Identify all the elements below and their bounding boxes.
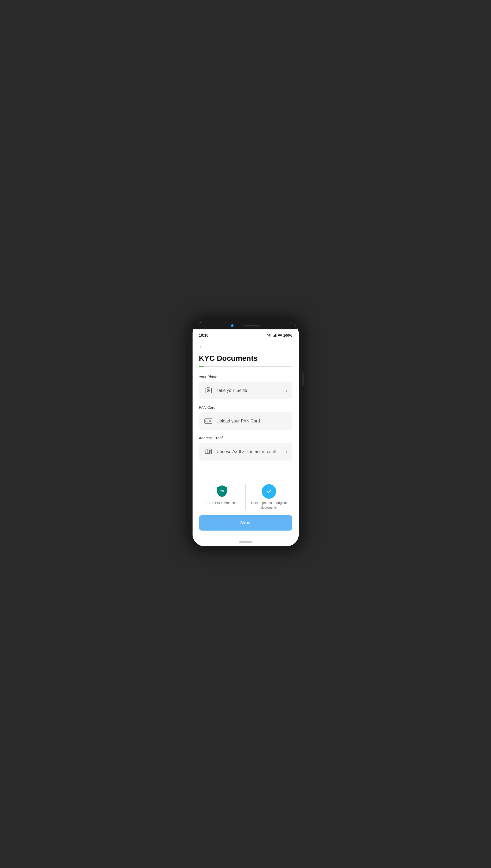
page-title: KYC Documents bbox=[199, 354, 292, 363]
volume-button bbox=[302, 372, 304, 386]
ssl-trust-label: 128-Bit SSL Protection bbox=[206, 501, 238, 505]
svg-rect-2 bbox=[274, 335, 275, 337]
svg-rect-1 bbox=[273, 336, 274, 337]
svg-rect-3 bbox=[275, 334, 276, 337]
section-label-photo: Your Photo bbox=[199, 375, 292, 379]
signal-icon bbox=[272, 333, 277, 338]
camera-dot bbox=[231, 324, 234, 327]
status-time: 10:10 bbox=[199, 333, 209, 338]
progress-bar-fill bbox=[199, 366, 204, 367]
ssl-trust-item: SSL 128-Bit SSL Protection bbox=[199, 484, 246, 510]
svg-text:SSL: SSL bbox=[220, 490, 225, 493]
selfie-option-left: Take your Selfie bbox=[204, 386, 247, 395]
pan-option-text: Upload your PAN Card bbox=[217, 419, 260, 424]
back-button[interactable]: ← bbox=[199, 344, 292, 350]
verify-icon bbox=[262, 484, 276, 499]
section-label-pan: PAN Card bbox=[199, 405, 292, 410]
aadhar-icon bbox=[204, 447, 213, 456]
top-camera-bar bbox=[193, 322, 299, 329]
home-pill bbox=[239, 541, 252, 543]
selfie-option-card[interactable]: Take your Selfie › bbox=[199, 382, 292, 399]
aadhar-option-text: Choose Aadhar for faster result bbox=[217, 449, 276, 454]
content-area: ← KYC Documents Your Photo bbox=[193, 340, 299, 539]
aadhar-option-card[interactable]: Choose Aadhar for faster result › bbox=[199, 443, 292, 461]
chevron-right-selfie: › bbox=[286, 388, 287, 394]
wifi-icon bbox=[267, 333, 271, 338]
speaker-bar bbox=[244, 325, 260, 326]
svg-point-10 bbox=[207, 390, 209, 392]
progress-bar bbox=[199, 366, 292, 367]
selfie-icon bbox=[204, 386, 213, 395]
svg-point-0 bbox=[269, 336, 269, 337]
selfie-option-text: Take your Selfie bbox=[217, 388, 247, 393]
aadhar-option-left: Choose Aadhar for faster result bbox=[204, 447, 276, 456]
trust-section: SSL 128-Bit SSL Protection bbox=[199, 479, 292, 510]
battery-percent: 100% bbox=[283, 334, 292, 338]
back-arrow-icon: ← bbox=[199, 344, 205, 350]
pan-option-left: Upload your PAN Card bbox=[204, 416, 260, 426]
chevron-right-aadhar: › bbox=[286, 449, 287, 455]
status-bar: 10:10 bbox=[193, 329, 299, 340]
home-indicator bbox=[193, 539, 299, 546]
verify-trust-label: Upload photos of original documents bbox=[250, 501, 288, 510]
svg-rect-11 bbox=[207, 387, 209, 388]
ssl-icon: SSL bbox=[215, 484, 229, 499]
svg-rect-6 bbox=[278, 335, 281, 336]
phone-screen: 10:10 bbox=[193, 322, 299, 546]
section-label-address: Address Proof bbox=[199, 436, 292, 440]
verify-trust-item: Upload photos of original documents bbox=[246, 484, 292, 510]
svg-point-22 bbox=[265, 488, 273, 495]
next-button[interactable]: Next bbox=[199, 515, 292, 530]
svg-rect-4 bbox=[276, 334, 277, 337]
battery-icon bbox=[278, 333, 282, 338]
svg-rect-7 bbox=[282, 335, 282, 336]
screen-content: ← KYC Documents Your Photo bbox=[193, 340, 299, 546]
phone-device: 10:10 bbox=[189, 319, 302, 549]
chevron-right-pan: › bbox=[286, 418, 287, 424]
svg-rect-13 bbox=[206, 420, 208, 422]
pan-option-card[interactable]: Upload your PAN Card › bbox=[199, 412, 292, 430]
pan-icon bbox=[204, 416, 213, 426]
status-icons: 100% bbox=[267, 333, 292, 338]
